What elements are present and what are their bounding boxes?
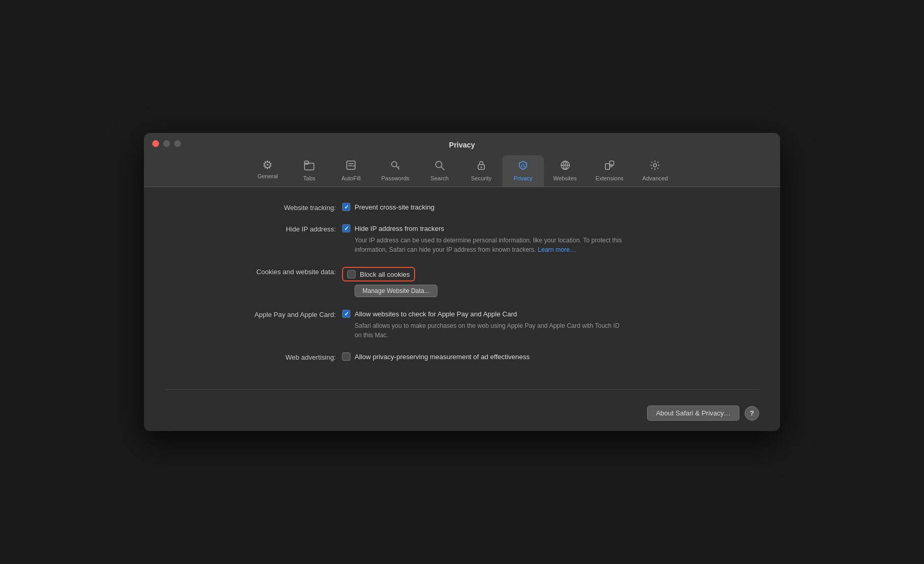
tab-advanced[interactable]: Advanced xyxy=(633,155,677,187)
block-cookies-label: Block all cookies xyxy=(360,271,410,278)
svg-point-12 xyxy=(481,167,482,168)
tabs-icon xyxy=(303,160,315,173)
titlebar: Privacy ⚙ General Tabs xyxy=(144,133,780,187)
apple-pay-checkbox-row: ✓ Allow websites to check for Apple Pay … xyxy=(342,310,626,318)
websites-icon xyxy=(560,160,571,173)
apple-pay-row: Apple Pay and Apple Card: ✓ Allow websit… xyxy=(165,310,759,340)
apple-pay-control: ✓ Allow websites to check for Apple Pay … xyxy=(342,310,626,340)
footer: About Safari & Privacy… ? xyxy=(144,395,780,431)
svg-line-5 xyxy=(353,165,355,167)
hide-ip-checkbox-label: Hide IP address from trackers xyxy=(355,225,444,232)
tab-advanced-label: Advanced xyxy=(642,175,668,181)
advanced-icon xyxy=(649,160,661,173)
extensions-icon xyxy=(604,160,615,173)
tab-tabs[interactable]: Tabs xyxy=(288,155,330,187)
toolbar: ⚙ General Tabs xyxy=(152,155,772,187)
tab-security[interactable]: Security xyxy=(460,155,502,187)
safari-preferences-window: Privacy ⚙ General Tabs xyxy=(144,133,780,431)
hide-ip-control: ✓ Hide IP address from trackers Your IP … xyxy=(342,224,626,254)
web-advertising-row: Web advertising: Allow privacy-preservin… xyxy=(165,352,759,361)
tab-search[interactable]: Search xyxy=(419,155,460,187)
hide-ip-description: Your IP address can be used to determine… xyxy=(355,236,626,254)
search-icon xyxy=(434,160,445,173)
privacy-icon xyxy=(517,160,529,173)
web-advertising-checkbox[interactable] xyxy=(342,352,350,361)
svg-line-8 xyxy=(398,166,399,168)
svg-line-10 xyxy=(441,167,444,170)
divider xyxy=(165,389,759,390)
tab-privacy[interactable]: Privacy xyxy=(502,155,544,187)
tab-search-label: Search xyxy=(431,175,449,181)
website-tracking-row: Website tracking: ✓ Prevent cross-site t… xyxy=(165,203,759,212)
learn-more-link[interactable]: Learn more… xyxy=(538,246,576,253)
hide-ip-checkbox[interactable]: ✓ xyxy=(342,224,350,232)
cookies-checkbox-row: Block all cookies xyxy=(342,267,437,281)
apple-pay-checkbox-label: Allow websites to check for Apple Pay an… xyxy=(355,310,517,318)
web-advertising-label: Web advertising: xyxy=(165,352,342,361)
hide-ip-row: Hide IP address: ✓ Hide IP address from … xyxy=(165,224,759,254)
checkmark-icon: ✓ xyxy=(344,311,349,317)
general-icon: ⚙ xyxy=(262,160,273,171)
tab-extensions-label: Extensions xyxy=(595,175,624,181)
apple-pay-checkbox[interactable]: ✓ xyxy=(342,310,350,318)
tab-extensions[interactable]: Extensions xyxy=(586,155,633,187)
tab-websites[interactable]: Websites xyxy=(544,155,586,187)
web-advertising-checkbox-row: Allow privacy-preserving measurement of … xyxy=(342,352,530,361)
svg-point-9 xyxy=(436,162,442,168)
svg-rect-17 xyxy=(605,164,610,169)
tab-general[interactable]: ⚙ General xyxy=(247,155,288,187)
content-area: Website tracking: ✓ Prevent cross-site t… xyxy=(144,187,780,389)
checkmark-icon: ✓ xyxy=(344,204,349,210)
website-tracking-control: ✓ Prevent cross-site tracking xyxy=(342,203,434,211)
window-title: Privacy xyxy=(152,141,772,149)
tab-tabs-label: Tabs xyxy=(303,175,315,181)
svg-rect-1 xyxy=(305,161,309,164)
website-tracking-checkbox-label: Prevent cross-site tracking xyxy=(355,203,434,211)
checkmark-icon: ✓ xyxy=(344,226,349,231)
hide-ip-checkbox-row: ✓ Hide IP address from trackers xyxy=(342,224,626,232)
tab-autofill[interactable]: AutoFill xyxy=(330,155,372,187)
tab-security-label: Security xyxy=(471,175,492,181)
help-button[interactable]: ? xyxy=(745,406,759,421)
svg-point-19 xyxy=(653,164,656,167)
tab-general-label: General xyxy=(258,173,278,179)
manage-website-data-button[interactable]: Manage Website Data... xyxy=(355,285,437,297)
cookies-control: Block all cookies Manage Website Data... xyxy=(342,267,437,297)
website-tracking-label: Website tracking: xyxy=(165,203,342,212)
tab-privacy-label: Privacy xyxy=(514,175,532,181)
about-safari-privacy-button[interactable]: About Safari & Privacy… xyxy=(647,406,739,421)
website-tracking-checkbox[interactable]: ✓ xyxy=(342,203,350,211)
security-icon xyxy=(476,160,487,173)
tab-passwords[interactable]: Passwords xyxy=(372,155,419,187)
tab-websites-label: Websites xyxy=(553,175,577,181)
svg-point-6 xyxy=(392,162,397,167)
svg-rect-2 xyxy=(347,161,355,169)
passwords-icon xyxy=(390,160,401,173)
web-advertising-control: Allow privacy-preserving measurement of … xyxy=(342,352,530,361)
hide-ip-label: Hide IP address: xyxy=(165,224,342,233)
block-cookies-highlight: Block all cookies xyxy=(342,267,415,281)
apple-pay-description: Safari allows you to make purchases on t… xyxy=(355,321,626,340)
website-tracking-checkbox-row: ✓ Prevent cross-site tracking xyxy=(342,203,434,211)
tab-autofill-label: AutoFill xyxy=(342,175,361,181)
apple-pay-label: Apple Pay and Apple Card: xyxy=(165,310,342,318)
autofill-icon xyxy=(345,160,357,173)
web-advertising-checkbox-label: Allow privacy-preserving measurement of … xyxy=(355,353,530,361)
cookies-row: Cookies and website data: Block all cook… xyxy=(165,267,759,297)
cookies-label: Cookies and website data: xyxy=(165,267,342,276)
tab-passwords-label: Passwords xyxy=(381,175,409,181)
block-cookies-checkbox[interactable] xyxy=(347,270,356,278)
